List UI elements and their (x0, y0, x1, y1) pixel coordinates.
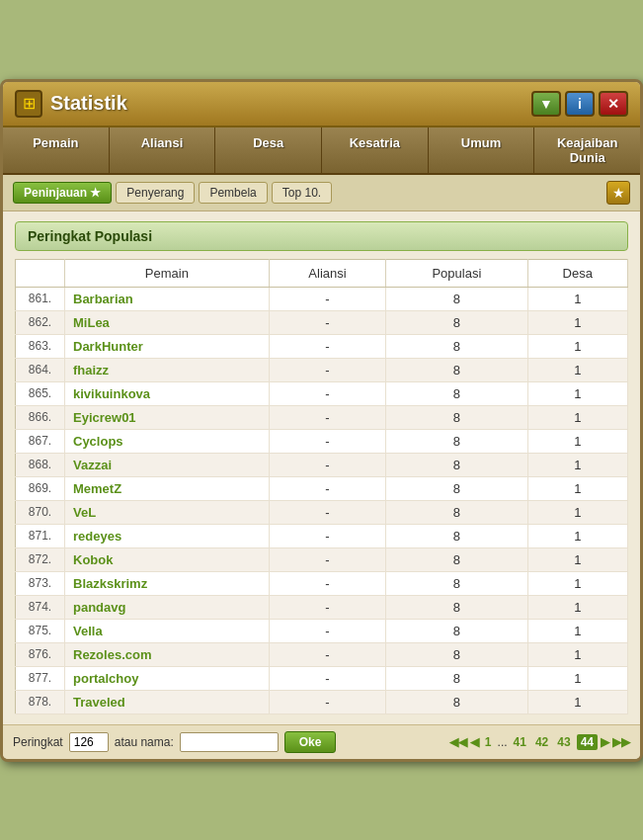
table-row: 863. DarkHunter - 8 1 (16, 334, 628, 358)
close-button[interactable]: ✕ (599, 91, 628, 117)
population-cell: 8 (386, 287, 527, 310)
table-row: 878. Traveled - 8 1 (16, 690, 628, 714)
rank-cell: 865. (16, 381, 65, 405)
desa-cell: 1 (527, 524, 628, 547)
rank-cell: 869. (16, 476, 65, 500)
title-bar-left: ⊞ Statistik (15, 90, 127, 118)
desa-cell: 1 (527, 334, 628, 358)
population-cell: 8 (386, 619, 527, 642)
player-cell[interactable]: VeL (65, 500, 270, 524)
rank-cell: 866. (16, 405, 65, 429)
table-row: 867. Cyclops - 8 1 (16, 429, 628, 453)
subtab-top10[interactable]: Top 10. (272, 182, 332, 204)
subtab-pembela[interactable]: Pembela (199, 182, 267, 204)
last-page-button[interactable]: ▶▶ (612, 735, 630, 749)
player-cell[interactable]: redeyes (65, 524, 270, 547)
player-cell[interactable]: Eyicrew01 (65, 405, 270, 429)
bottom-left: Peringkat atau nama: Oke (13, 731, 336, 753)
player-cell[interactable]: kivikuinkova (65, 381, 270, 405)
table-row: 861. Barbarian - 8 1 (16, 287, 628, 310)
oke-button[interactable]: Oke (284, 731, 337, 753)
rank-cell: 861. (16, 287, 65, 310)
player-cell[interactable]: DarkHunter (65, 334, 270, 358)
desa-cell: 1 (527, 453, 628, 476)
table-row: 877. portalchoy - 8 1 (16, 666, 628, 690)
ellipsis: ... (498, 735, 508, 749)
alliance-cell: - (269, 381, 385, 405)
population-cell: 8 (386, 429, 527, 453)
player-cell[interactable]: Traveled (65, 690, 270, 714)
player-cell[interactable]: Vazzai (65, 453, 270, 476)
page-1-button[interactable]: 1 (482, 734, 495, 750)
bottom-bar: Peringkat atau nama: Oke ◀◀ ◀ 1 ... 41 4… (3, 724, 640, 759)
desa-cell: 1 (527, 429, 628, 453)
pagination: ◀◀ ◀ 1 ... 41 42 43 44 ▶ ▶▶ (449, 734, 630, 750)
player-cell[interactable]: MiLea (65, 310, 270, 334)
star-button[interactable]: ★ (606, 181, 630, 205)
player-cell[interactable]: MemetZ (65, 476, 270, 500)
desa-cell: 1 (527, 500, 628, 524)
prev-page-button[interactable]: ◀ (470, 735, 479, 749)
table-row: 869. MemetZ - 8 1 (16, 476, 628, 500)
rank-cell: 867. (16, 429, 65, 453)
section-header: Peringkat Populasi (15, 221, 628, 251)
population-cell: 8 (386, 595, 527, 619)
subtab-peninjauan[interactable]: Peninjauan ★ (13, 182, 112, 204)
info-button[interactable]: i (565, 91, 595, 117)
alliance-cell: - (269, 500, 385, 524)
player-cell[interactable]: portalchoy (65, 666, 270, 690)
desa-cell: 1 (527, 595, 628, 619)
player-cell[interactable]: Blazkskrimz (65, 571, 270, 595)
subtab-penyerang[interactable]: Penyerang (116, 182, 195, 204)
table-row: 865. kivikuinkova - 8 1 (16, 381, 628, 405)
alliance-cell: - (269, 690, 385, 714)
tab-pemain[interactable]: Pemain (3, 127, 110, 173)
rank-cell: 876. (16, 642, 65, 666)
alliance-cell: - (269, 642, 385, 666)
desa-cell: 1 (527, 287, 628, 310)
atau-nama-label: atau nama: (115, 735, 174, 749)
alliance-cell: - (269, 619, 385, 642)
desa-cell: 1 (527, 381, 628, 405)
first-page-button[interactable]: ◀◀ (449, 735, 467, 749)
player-cell[interactable]: fhaizz (65, 358, 270, 381)
alliance-cell: - (269, 571, 385, 595)
population-cell: 8 (386, 476, 527, 500)
tab-kesatria[interactable]: Kesatria (322, 127, 429, 173)
tab-umum[interactable]: Umum (429, 127, 535, 173)
population-cell: 8 (386, 547, 527, 571)
player-cell[interactable]: Vella (65, 619, 270, 642)
desa-cell: 1 (527, 571, 628, 595)
col-desa: Desa (527, 259, 628, 287)
population-cell: 8 (386, 334, 527, 358)
player-cell[interactable]: Cyclops (65, 429, 270, 453)
peringkat-input[interactable] (69, 732, 109, 752)
tab-aliansi[interactable]: Aliansi (110, 127, 216, 173)
page-41-button[interactable]: 41 (511, 734, 529, 750)
nama-input[interactable] (180, 732, 279, 752)
population-cell: 8 (386, 358, 527, 381)
population-cell: 8 (386, 642, 527, 666)
page-43-button[interactable]: 43 (554, 734, 573, 750)
player-cell[interactable]: Rezoles.com (65, 642, 270, 666)
table-row: 862. MiLea - 8 1 (16, 310, 628, 334)
tab-desa[interactable]: Desa (215, 127, 322, 173)
player-cell[interactable]: Barbarian (65, 287, 270, 310)
title-bar: ⊞ Statistik ▼ i ✕ (3, 82, 640, 127)
table-row: 868. Vazzai - 8 1 (16, 453, 628, 476)
rank-cell: 863. (16, 334, 65, 358)
alliance-cell: - (269, 358, 385, 381)
statistics-window: ⊞ Statistik ▼ i ✕ Pemain Aliansi Desa Ke… (0, 79, 643, 762)
page-44-button[interactable]: 44 (577, 734, 598, 750)
page-42-button[interactable]: 42 (532, 734, 551, 750)
table-row: 864. fhaizz - 8 1 (16, 358, 628, 381)
population-cell: 8 (386, 571, 527, 595)
desa-cell: 1 (527, 642, 628, 666)
player-cell[interactable]: pandavg (65, 595, 270, 619)
tab-keajaiban[interactable]: Keajaiban Dunia (534, 127, 640, 173)
desa-cell: 1 (527, 547, 628, 571)
player-cell[interactable]: Kobok (65, 547, 270, 571)
next-page-button[interactable]: ▶ (601, 735, 609, 749)
table-row: 866. Eyicrew01 - 8 1 (16, 405, 628, 429)
minimize-button[interactable]: ▼ (531, 91, 561, 117)
